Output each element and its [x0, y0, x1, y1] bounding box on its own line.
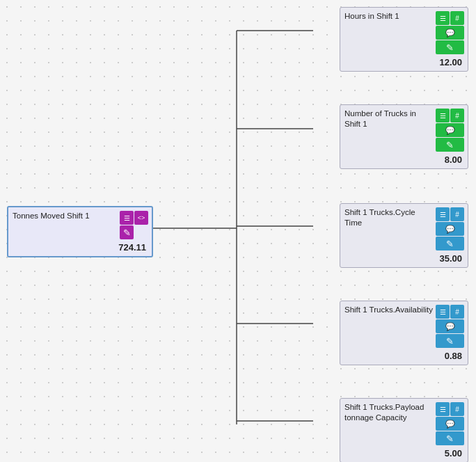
node-buttons-row-top: ☰ <>	[120, 211, 148, 225]
hours-buttons-mid: 💬	[436, 26, 464, 40]
list-button-avail[interactable]: ☰	[436, 305, 450, 319]
payload-buttons-top: ☰ #	[436, 402, 464, 416]
num-trucks-value: 8.00	[340, 153, 468, 168]
hash-button-payload[interactable]: #	[450, 402, 464, 416]
chat-button-avail[interactable]: 💬	[436, 319, 464, 333]
cycle-time-value: 35.00	[340, 252, 468, 267]
node-buttons-hours: ☰ # 💬 ✎	[436, 11, 464, 54]
tonnes-moved-value: 724.11	[8, 241, 152, 256]
hours-shift-title: Hours in Shift 1	[344, 11, 433, 22]
avail-buttons-top: ☰ #	[436, 305, 464, 319]
num-trucks-node: Number of Trucks in Shift 1 ☰ # 💬 ✎ 8.00	[340, 104, 468, 169]
node-buttons-main: ☰ <> ✎	[120, 211, 148, 239]
list-button-payload[interactable]: ☰	[436, 402, 450, 416]
payload-buttons-bot: ✎	[436, 431, 464, 445]
code-button-main[interactable]: <>	[134, 211, 148, 225]
cycle-buttons-bot: ✎	[436, 237, 464, 250]
chat-button-payload[interactable]: 💬	[436, 417, 464, 431]
list-button-cycle[interactable]: ☰	[436, 207, 450, 221]
node-header-payload: Shift 1 Trucks.Payload tonnage Capacity …	[340, 399, 468, 447]
trucks-buttons-bot: ✎	[436, 138, 464, 152]
hours-buttons-bot: ✎	[436, 40, 464, 54]
hash-button-hours[interactable]: #	[450, 11, 464, 25]
availability-title: Shift 1 Trucks.Availability	[344, 305, 433, 315]
hours-shift-value: 12.00	[340, 56, 468, 71]
node-header-cycle: Shift 1 Trucks.Cycle Time ☰ # 💬 ✎	[340, 204, 468, 252]
list-button-main[interactable]: ☰	[120, 211, 134, 225]
edit-button-avail[interactable]: ✎	[436, 334, 464, 348]
node-buttons-cycle: ☰ # 💬 ✎	[436, 207, 464, 250]
edit-button-hours[interactable]: ✎	[436, 40, 464, 54]
tonnes-moved-node: Tonnes Moved Shift 1 ☰ <> ✎ 724.11	[7, 206, 153, 257]
node-buttons-payload: ☰ # 💬 ✎	[436, 402, 464, 445]
availability-value: 0.88	[340, 349, 468, 365]
chat-button-hours[interactable]: 💬	[436, 26, 464, 40]
list-button-trucks[interactable]: ☰	[436, 109, 450, 122]
node-buttons-trucks: ☰ # 💬 ✎	[436, 109, 464, 152]
node-buttons-avail: ☰ # 💬 ✎	[436, 305, 464, 348]
chat-button-trucks[interactable]: 💬	[436, 123, 464, 137]
avail-buttons-bot: ✎	[436, 334, 464, 348]
payload-title: Shift 1 Trucks.Payload tonnage Capacity	[344, 402, 433, 423]
cycle-time-node: Shift 1 Trucks.Cycle Time ☰ # 💬 ✎ 35.00	[340, 203, 468, 268]
hours-shift-node: Hours in Shift 1 ☰ # 💬 ✎ 12.00	[340, 7, 468, 72]
cycle-time-title: Shift 1 Trucks.Cycle Time	[344, 207, 433, 228]
edit-button-main[interactable]: ✎	[120, 225, 134, 239]
node-buttons-row-bottom: ✎	[120, 225, 148, 239]
workflow-canvas: Tonnes Moved Shift 1 ☰ <> ✎ 724.11 Hours…	[0, 0, 476, 462]
edit-button-payload[interactable]: ✎	[436, 431, 464, 445]
payload-buttons-mid: 💬	[436, 417, 464, 431]
node-header-hours: Hours in Shift 1 ☰ # 💬 ✎	[340, 8, 468, 56]
tonnes-moved-title: Tonnes Moved Shift 1	[13, 211, 117, 221]
edit-button-trucks[interactable]: ✎	[436, 138, 464, 152]
payload-node: Shift 1 Trucks.Payload tonnage Capacity …	[340, 398, 468, 462]
avail-buttons-mid: 💬	[436, 319, 464, 333]
list-button-hours[interactable]: ☰	[436, 11, 450, 25]
availability-node: Shift 1 Trucks.Availability ☰ # 💬 ✎ 0.88	[340, 301, 468, 365]
node-header-avail: Shift 1 Trucks.Availability ☰ # 💬 ✎	[340, 301, 468, 349]
payload-value: 5.00	[340, 447, 468, 462]
node-header-main: Tonnes Moved Shift 1 ☰ <> ✎	[8, 207, 152, 241]
num-trucks-title: Number of Trucks in Shift 1	[344, 109, 433, 129]
node-header-trucks: Number of Trucks in Shift 1 ☰ # 💬 ✎	[340, 105, 468, 153]
cycle-buttons-top: ☰ #	[436, 207, 464, 221]
trucks-buttons-top: ☰ #	[436, 109, 464, 122]
hours-buttons-top: ☰ #	[436, 11, 464, 25]
trucks-buttons-mid: 💬	[436, 123, 464, 137]
edit-button-cycle[interactable]: ✎	[436, 237, 464, 250]
hash-button-trucks[interactable]: #	[450, 109, 464, 122]
hash-button-avail[interactable]: #	[450, 305, 464, 319]
chat-button-cycle[interactable]: 💬	[436, 222, 464, 236]
cycle-buttons-mid: 💬	[436, 222, 464, 236]
hash-button-cycle[interactable]: #	[450, 207, 464, 221]
